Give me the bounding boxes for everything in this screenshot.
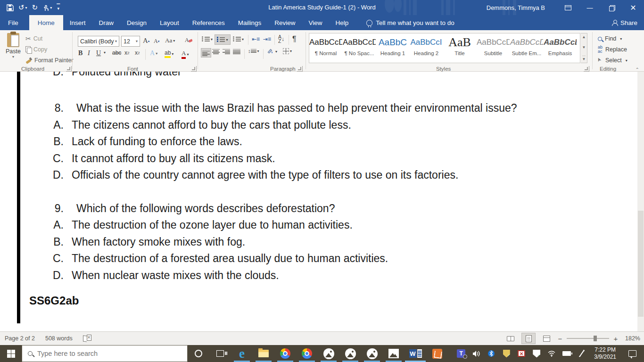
- bold-button[interactable]: B: [78, 49, 83, 57]
- style-normal[interactable]: AaBbCcDc ¶ Normal: [309, 33, 343, 63]
- paragraph-dialog-launcher[interactable]: [297, 66, 303, 72]
- search-input[interactable]: [37, 350, 169, 357]
- find-button[interactable]: Find ▾: [598, 34, 622, 43]
- taskbar-app-file-explorer[interactable]: [253, 345, 274, 362]
- scrollbar-thumb[interactable]: [638, 211, 644, 317]
- signed-in-user[interactable]: Demmons, Timmya B: [487, 4, 545, 11]
- zoom-out-button[interactable]: −: [557, 335, 563, 343]
- font-size-combo[interactable]: 12▾: [121, 36, 140, 47]
- replace-button[interactable]: abac Replace: [598, 45, 627, 54]
- zoom-slider[interactable]: [567, 338, 609, 339]
- tab-file[interactable]: File: [0, 15, 26, 30]
- bluetooth-button[interactable]: [484, 345, 499, 362]
- justify-button[interactable]: [233, 48, 240, 54]
- close-button[interactable]: ✕: [622, 0, 644, 15]
- clear-formatting-button[interactable]: A: [185, 37, 192, 43]
- read-mode-button[interactable]: [504, 333, 518, 344]
- subscript-button[interactable]: x2: [124, 49, 129, 56]
- font-color-button[interactable]: A▾: [182, 49, 189, 59]
- print-layout-button[interactable]: [521, 333, 536, 344]
- zoom-level[interactable]: 182%: [622, 335, 640, 342]
- task-view-button[interactable]: [209, 345, 231, 362]
- tab-review[interactable]: Review: [268, 15, 302, 30]
- tab-references[interactable]: References: [186, 15, 231, 30]
- volume-button[interactable]: [469, 345, 484, 362]
- teams-tray-button[interactable]: T: [454, 345, 469, 362]
- format-painter-button[interactable]: Format Painter: [25, 56, 74, 65]
- align-left-button[interactable]: [201, 48, 211, 58]
- change-case-button[interactable]: Aa▾: [165, 37, 175, 44]
- tab-layout[interactable]: Layout: [153, 15, 186, 30]
- style-subtitle[interactable]: AaBbCcD Subtitle: [477, 33, 510, 63]
- copy-button[interactable]: Copy: [25, 45, 47, 54]
- tab-design[interactable]: Design: [120, 15, 153, 30]
- shading-button[interactable]: ▾: [267, 48, 277, 55]
- taskbar-app-photos-1[interactable]: [318, 345, 339, 362]
- borders-button[interactable]: ▾: [283, 48, 292, 54]
- mcafee-button[interactable]: [499, 345, 514, 362]
- restore-button[interactable]: [601, 0, 622, 15]
- taskbar-app-edge[interactable]: e: [231, 345, 253, 362]
- battery-button[interactable]: [559, 345, 574, 362]
- web-layout-button[interactable]: [539, 333, 553, 344]
- taskbar-app-photos-2[interactable]: [339, 345, 361, 362]
- increase-indent-button[interactable]: ⇥≡: [263, 36, 271, 42]
- tell-me-box[interactable]: Tell me what you want to do: [366, 15, 454, 30]
- styles-gallery-scroll[interactable]: ▲ ▼ ▼: [581, 33, 587, 63]
- style-subtle-emphasis[interactable]: AaBbCcDt Subtle Em...: [510, 33, 544, 63]
- find-dropdown[interactable]: ▾: [620, 37, 622, 41]
- share-button[interactable]: Share: [612, 15, 637, 30]
- gallery-down-arrow[interactable]: ▼: [582, 45, 586, 49]
- tab-help[interactable]: Help: [329, 15, 355, 30]
- start-button[interactable]: [0, 345, 22, 362]
- font-dialog-launcher[interactable]: [191, 66, 197, 72]
- taskbar-search[interactable]: [22, 345, 188, 362]
- styles-dialog-launcher[interactable]: [584, 66, 589, 72]
- document-canvas[interactable]: D. Polluted drinking water 8. What is th…: [0, 72, 644, 331]
- style-heading2[interactable]: AaBbCcI Heading 2: [410, 33, 443, 63]
- style-no-spacing[interactable]: AaBbCcDc ¶ No Spac...: [343, 33, 376, 63]
- sort-button[interactable]: AZ↓: [278, 35, 284, 43]
- line-spacing-button[interactable]: ↕▾: [248, 48, 259, 54]
- action-center-button[interactable]: [621, 350, 644, 357]
- shrink-font-button[interactable]: A: [154, 38, 159, 45]
- text-effects-button[interactable]: A▾: [150, 49, 157, 57]
- cortana-button[interactable]: [188, 345, 209, 362]
- underline-button[interactable]: U: [96, 49, 101, 57]
- numbering-button[interactable]: ▾: [215, 34, 231, 45]
- gallery-up-arrow[interactable]: ▲: [582, 35, 586, 39]
- strikethrough-button[interactable]: abc: [112, 49, 121, 56]
- font-family-combo[interactable]: Calibri (Body)▾: [78, 36, 119, 47]
- tab-insert[interactable]: Insert: [63, 15, 92, 30]
- show-hide-marks-button[interactable]: ¶: [292, 35, 297, 43]
- defender-button[interactable]: [529, 345, 544, 362]
- tab-home[interactable]: Home: [29, 15, 63, 30]
- superscript-button[interactable]: x2: [135, 49, 140, 56]
- paste-button[interactable]: Paste ▾: [4, 32, 23, 65]
- wifi-button[interactable]: [544, 345, 559, 362]
- taskbar-clock[interactable]: 7:22 PM 3/9/2021: [589, 346, 621, 361]
- taskbar-app-chrome-2[interactable]: [296, 345, 318, 362]
- vertical-scrollbar[interactable]: [637, 72, 644, 331]
- multilevel-list-button[interactable]: ▾: [233, 36, 244, 42]
- cut-button[interactable]: ✂ Cut: [25, 34, 42, 43]
- gallery-more-button[interactable]: ▼: [582, 56, 586, 61]
- decrease-indent-button[interactable]: ⇤≡: [252, 36, 260, 42]
- highlight-button[interactable]: ab▾: [165, 49, 173, 58]
- clipboard-dialog-launcher[interactable]: [66, 66, 72, 72]
- proofing-errors-icon[interactable]: [83, 336, 91, 341]
- select-button[interactable]: Select ▾: [598, 56, 627, 65]
- select-dropdown[interactable]: ▾: [626, 58, 627, 63]
- word-count[interactable]: 508 words: [45, 335, 73, 342]
- bullets-button[interactable]: ▾: [202, 36, 213, 42]
- tab-view[interactable]: View: [302, 15, 329, 30]
- zoom-in-button[interactable]: +: [613, 335, 619, 343]
- style-emphasis[interactable]: AaBbCcDt Emphasis: [544, 33, 577, 63]
- pen-button[interactable]: [574, 345, 589, 362]
- paste-dropdown[interactable]: ▾: [4, 55, 23, 59]
- align-right-button[interactable]: [223, 48, 230, 54]
- tab-draw[interactable]: Draw: [92, 15, 121, 30]
- italic-button[interactable]: I: [88, 49, 90, 57]
- style-title[interactable]: AaB Title: [443, 33, 477, 63]
- taskbar-app-photos-4[interactable]: [383, 345, 405, 362]
